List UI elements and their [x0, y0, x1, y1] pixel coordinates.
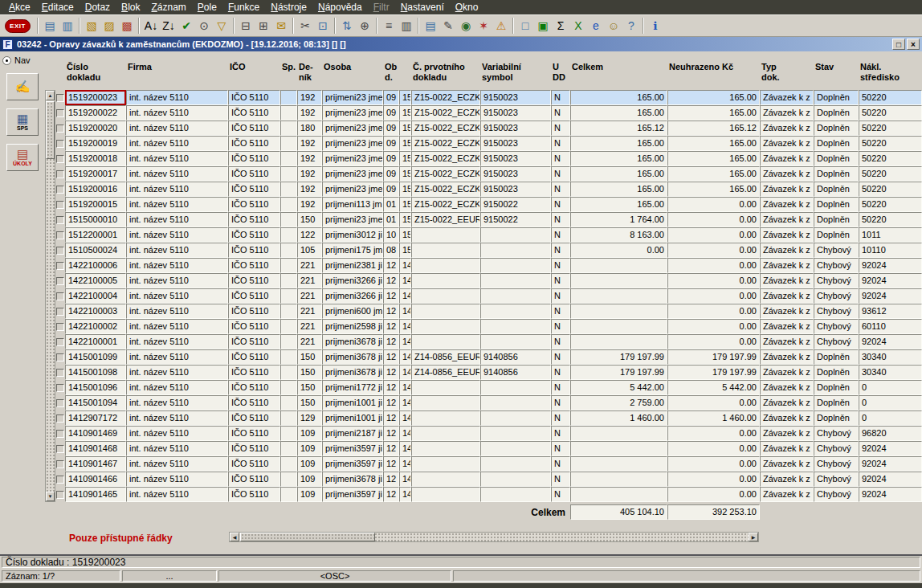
cut-icon[interactable]: ✂: [296, 17, 314, 35]
cell-prvotni[interactable]: [411, 304, 480, 319]
cell-prvotni[interactable]: Z15-0022_ECZK02: [411, 105, 480, 120]
table-row[interactable]: 1519200019int. název 5110IČO 5110192prij…: [55, 136, 922, 151]
cell-celkem[interactable]: 5 442.00: [570, 380, 667, 395]
table-row[interactable]: 1412907172int. název 5110IČO 5110129prij…: [55, 410, 922, 426]
table-row[interactable]: 1410901469int. název 5110IČO 5110109prij…: [55, 426, 922, 441]
cell-denik[interactable]: 221: [297, 273, 322, 288]
cell-celkem[interactable]: 165.00: [570, 136, 667, 151]
table-row[interactable]: 1415001099int. název 5110IČO 5110150prij…: [55, 349, 922, 365]
cell-ob[interactable]: 08: [383, 243, 399, 258]
cell-udd[interactable]: N: [551, 166, 570, 182]
user-help-icon[interactable]: ☺: [605, 17, 622, 35]
cell-firma[interactable]: int. název 5110: [126, 120, 228, 136]
cell-typ[interactable]: Závazek k z: [760, 166, 814, 182]
cell-varsym[interactable]: 9150023: [480, 105, 551, 120]
row-select-checkbox[interactable]: [55, 166, 65, 182]
cell-varsym[interactable]: 9150023: [480, 120, 551, 136]
cell-neuhrazeno[interactable]: 165.00: [667, 151, 760, 166]
cell-varsym[interactable]: [480, 456, 551, 472]
cell-celkem[interactable]: 165.00: [570, 197, 667, 212]
cell-typ[interactable]: Závazek k z: [760, 426, 814, 441]
cell-d[interactable]: 15: [399, 197, 411, 212]
cell-cislo[interactable]: 1410901468: [65, 441, 126, 456]
cell-neuhrazeno[interactable]: 0.00: [667, 288, 760, 304]
cell-firma[interactable]: int. název 5110: [126, 105, 228, 120]
cell-typ[interactable]: Závazek k z: [760, 212, 814, 227]
cell-celkem[interactable]: 165.12: [570, 120, 667, 136]
cell-varsym[interactable]: [480, 380, 551, 395]
cell-stredisko[interactable]: 30340: [859, 365, 922, 380]
cell-firma[interactable]: int. název 5110: [126, 395, 228, 410]
cell-stredisko[interactable]: 96820: [859, 426, 922, 441]
cell-denik[interactable]: 221: [297, 288, 322, 304]
cell-osoba[interactable]: prijmeni3678 ji: [322, 349, 383, 365]
cell-varsym[interactable]: 9150023: [480, 151, 551, 166]
cell-typ[interactable]: Závazek k z: [760, 334, 814, 349]
cell-neuhrazeno[interactable]: 0.00: [667, 273, 760, 288]
row-select-checkbox[interactable]: [55, 472, 65, 487]
cell-cislo[interactable]: 1412907172: [65, 410, 126, 426]
cell-typ[interactable]: Závazek k z: [760, 90, 814, 105]
cell-cislo[interactable]: 1519200017: [65, 166, 126, 182]
warning-icon[interactable]: ⚠: [492, 17, 510, 35]
row-select-checkbox[interactable]: [55, 151, 65, 166]
row-select-checkbox[interactable]: [55, 258, 65, 273]
cell-celkem[interactable]: 1 460.00: [570, 410, 667, 426]
sps-button[interactable]: ▦ SPS: [6, 108, 39, 136]
cell-ob[interactable]: 12: [383, 349, 399, 365]
cell-udd[interactable]: N: [551, 441, 570, 456]
cell-ob[interactable]: 12: [383, 487, 399, 502]
cell-varsym[interactable]: 9150023: [480, 166, 551, 182]
row-select-checkbox[interactable]: [55, 395, 65, 410]
cell-firma[interactable]: int. název 5110: [126, 487, 228, 502]
cell-typ[interactable]: Závazek k z: [760, 380, 814, 395]
cell-neuhrazeno[interactable]: 165.12: [667, 120, 760, 136]
cell-varsym[interactable]: 9150022: [480, 212, 551, 227]
cell-cislo[interactable]: 1410901469: [65, 426, 126, 441]
cell-ico[interactable]: IČO 5110: [228, 227, 280, 243]
table-row[interactable]: 1422100002int. název 5110IČO 5110221prij…: [55, 319, 922, 334]
cell-denik[interactable]: 192: [297, 136, 322, 151]
cell-udd[interactable]: N: [551, 334, 570, 349]
cell-d[interactable]: 15: [399, 243, 411, 258]
insert-record-icon[interactable]: ▤: [41, 17, 59, 35]
cell-prvotni[interactable]: Z14-0856_EEUR02: [411, 349, 480, 365]
table-row[interactable]: 1410901468int. název 5110IČO 5110109prij…: [55, 441, 922, 456]
cell-osoba[interactable]: prijmeni1772 ji: [322, 380, 383, 395]
cell-denik[interactable]: 109: [297, 441, 322, 456]
cell-ob[interactable]: 09: [383, 136, 399, 151]
cell-ico[interactable]: IČO 5110: [228, 197, 280, 212]
cell-neuhrazeno[interactable]: 0.00: [667, 334, 760, 349]
cell-stav[interactable]: Chybový: [814, 258, 859, 273]
table-row[interactable]: 1410901467int. název 5110IČO 5110109prij…: [55, 456, 922, 472]
cell-stredisko[interactable]: 93612: [859, 304, 922, 319]
cell-udd[interactable]: N: [551, 182, 570, 197]
cell-firma[interactable]: int. název 5110: [126, 182, 228, 197]
cell-cislo[interactable]: 1512200001: [65, 227, 126, 243]
cell-prvotni[interactable]: [411, 227, 480, 243]
cell-d[interactable]: 15: [399, 136, 411, 151]
cell-prvotni[interactable]: [411, 273, 480, 288]
cell-udd[interactable]: N: [551, 426, 570, 441]
cell-cislo[interactable]: 1422100001: [65, 334, 126, 349]
cell-varsym[interactable]: [480, 304, 551, 319]
row-select-checkbox[interactable]: [55, 136, 65, 151]
scroll-down-icon[interactable]: ▼: [46, 492, 55, 501]
cell-d[interactable]: 14: [399, 395, 411, 410]
cell-udd[interactable]: N: [551, 349, 570, 365]
cell-stav[interactable]: Chybový: [814, 456, 859, 472]
cell-ob[interactable]: 09: [383, 105, 399, 120]
cell-stav[interactable]: Chybový: [814, 441, 859, 456]
cell-prvotni[interactable]: Z14-0856_EEUR02: [411, 365, 480, 380]
cell-sp[interactable]: [280, 258, 297, 273]
cell-stav[interactable]: Doplněn: [814, 410, 859, 426]
cell-celkem[interactable]: 165.00: [570, 105, 667, 120]
cell-stav[interactable]: Chybový: [814, 334, 859, 349]
cell-cislo[interactable]: 1415001098: [65, 365, 126, 380]
cell-firma[interactable]: int. název 5110: [126, 380, 228, 395]
window-commit-icon[interactable]: ▣: [534, 17, 552, 35]
cell-celkem[interactable]: 165.00: [570, 90, 667, 105]
table-row[interactable]: 1410901466int. název 5110IČO 5110109prij…: [55, 472, 922, 487]
cell-stredisko[interactable]: 92024: [859, 288, 922, 304]
columns-icon[interactable]: ▥: [398, 17, 415, 35]
